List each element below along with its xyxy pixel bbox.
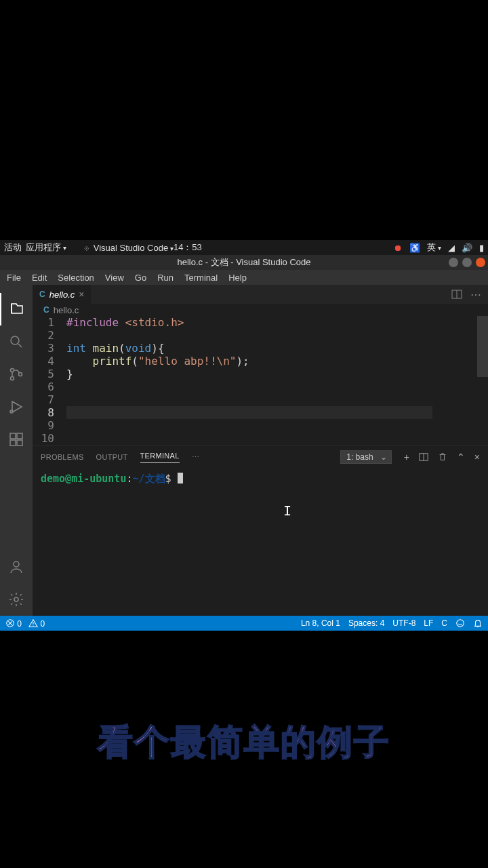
terminal[interactable]: demo@mi-ubuntu:~/文档$ I: [33, 469, 488, 616]
tab-terminal[interactable]: TERMINAL: [140, 452, 180, 463]
line-number: 6: [33, 380, 66, 393]
svg-rect-5: [10, 433, 16, 439]
split-terminal-icon[interactable]: [419, 452, 428, 462]
c-file-icon: C: [43, 305, 49, 315]
close-panel-icon[interactable]: ×: [474, 452, 480, 462]
window-titlebar: hello.c - 文档 - Visual Studio Code: [0, 255, 488, 270]
kill-terminal-icon[interactable]: [438, 452, 447, 462]
menu-terminal[interactable]: Terminal: [180, 271, 222, 284]
new-terminal-icon[interactable]: +: [404, 452, 409, 462]
video-caption: 看个最简单的例子: [0, 719, 488, 766]
app-indicator[interactable]: Visual Studio Code: [94, 243, 174, 253]
terminal-selector[interactable]: 1: bash: [340, 450, 391, 464]
menu-bar: File Edit Selection View Go Run Terminal…: [0, 270, 488, 285]
text-cursor-icon: I: [283, 502, 285, 517]
menu-file[interactable]: File: [3, 271, 25, 284]
status-encoding[interactable]: UTF-8: [392, 618, 415, 628]
status-cursor-pos[interactable]: Ln 8, Col 1: [301, 618, 340, 628]
breadcrumb[interactable]: C hello.c: [33, 304, 488, 316]
svg-rect-8: [17, 440, 22, 446]
editor-area: C hello.c × ⋯ C hello.c 1#include <stdio…: [33, 285, 488, 445]
svg-point-14: [457, 620, 464, 627]
clock[interactable]: 14：53: [174, 241, 202, 254]
status-feedback-icon[interactable]: [455, 618, 465, 628]
menu-help[interactable]: Help: [224, 271, 251, 284]
vscode-indicator-icon: ⟐: [84, 243, 89, 253]
window-title: hello.c - 文档 - Visual Studio Code: [177, 256, 310, 269]
status-bar: 0 0 Ln 8, Col 1 Spaces: 4 UTF-8 LF C: [0, 616, 488, 631]
activity-bar: [0, 285, 33, 616]
code-editor[interactable]: 1#include <stdio.h> 2 3int main(void){ 4…: [33, 316, 488, 445]
terminal-path: ~/文档: [132, 473, 165, 485]
status-indent[interactable]: Spaces: 4: [348, 618, 384, 628]
window-maximize[interactable]: [462, 258, 472, 267]
line-number: 9: [33, 419, 66, 432]
applications-menu[interactable]: 应用程序: [26, 241, 66, 254]
menu-selection[interactable]: Selection: [54, 271, 98, 284]
status-language[interactable]: C: [441, 618, 447, 628]
svg-point-2: [11, 377, 14, 380]
svg-point-1: [11, 369, 14, 372]
terminal-user: demo@mi-ubuntu: [41, 473, 126, 485]
svg-point-4: [10, 410, 13, 413]
line-number: 2: [33, 329, 66, 342]
tab-output[interactable]: OUTPUT: [96, 453, 128, 461]
search-icon[interactable]: [0, 326, 33, 358]
battery-icon[interactable]: ▮: [479, 243, 484, 253]
svg-rect-7: [10, 440, 16, 446]
settings-icon[interactable]: [0, 583, 33, 616]
terminal-prompt: $: [165, 473, 178, 485]
line-number: 4: [33, 355, 66, 368]
svg-point-10: [14, 597, 18, 601]
line-number: 8: [33, 406, 66, 419]
source-control-icon[interactable]: [0, 358, 33, 391]
tab-problems[interactable]: PROBLEMS: [41, 453, 84, 461]
line-number: 7: [33, 393, 66, 406]
menu-run[interactable]: Run: [153, 271, 178, 284]
window-close[interactable]: [476, 258, 485, 267]
minimap-thumb[interactable]: [477, 316, 488, 377]
extensions-icon[interactable]: [0, 423, 33, 456]
split-editor-icon[interactable]: [451, 289, 462, 300]
menu-edit[interactable]: Edit: [28, 271, 51, 284]
breadcrumb-file: hello.c: [54, 305, 79, 315]
tab-hello-c[interactable]: C hello.c ×: [33, 285, 91, 304]
line-number: 3: [33, 342, 66, 355]
c-file-icon: C: [39, 290, 45, 299]
activities[interactable]: 活动: [4, 241, 22, 254]
menu-view[interactable]: View: [101, 271, 128, 284]
maximize-panel-icon[interactable]: ⌃: [457, 452, 465, 462]
status-errors[interactable]: 0: [5, 618, 22, 629]
menu-go[interactable]: Go: [131, 271, 150, 284]
desktop-topbar: 活动 应用程序 ⟐ Visual Studio Code 14：53 ⏺ ♿ 英…: [0, 240, 488, 255]
panel: PROBLEMS OUTPUT TERMINAL ⋯ 1: bash + ⌃ ×…: [33, 445, 488, 616]
tab-close-icon[interactable]: ×: [79, 289, 84, 300]
panel-overflow-icon[interactable]: ⋯: [192, 453, 199, 462]
input-method[interactable]: 英: [427, 241, 441, 254]
status-eol[interactable]: LF: [424, 618, 433, 628]
line-number: 1: [33, 316, 66, 329]
window-minimize[interactable]: [449, 258, 458, 267]
svg-point-3: [19, 373, 22, 376]
editor-tabs: C hello.c × ⋯: [33, 285, 488, 304]
accounts-icon[interactable]: [0, 551, 33, 583]
line-number: 5: [33, 368, 66, 380]
minimap[interactable]: [451, 316, 488, 445]
wifi-icon[interactable]: ◢: [448, 243, 455, 253]
status-bell-icon[interactable]: [473, 618, 483, 628]
terminal-cursor: [178, 473, 183, 484]
run-debug-icon[interactable]: [0, 391, 33, 423]
svg-point-0: [11, 336, 19, 344]
screen-record-icon[interactable]: ⏺: [394, 243, 403, 253]
line-number: 10: [33, 432, 66, 445]
explorer-icon[interactable]: [0, 293, 33, 326]
status-warnings[interactable]: 0: [28, 618, 45, 629]
svg-rect-6: [17, 433, 22, 439]
tab-label: hello.c: [49, 290, 75, 300]
volume-icon[interactable]: 🔊: [462, 243, 472, 253]
more-actions-icon[interactable]: ⋯: [470, 288, 481, 301]
svg-point-9: [14, 561, 19, 567]
accessibility-icon[interactable]: ♿: [409, 243, 420, 253]
